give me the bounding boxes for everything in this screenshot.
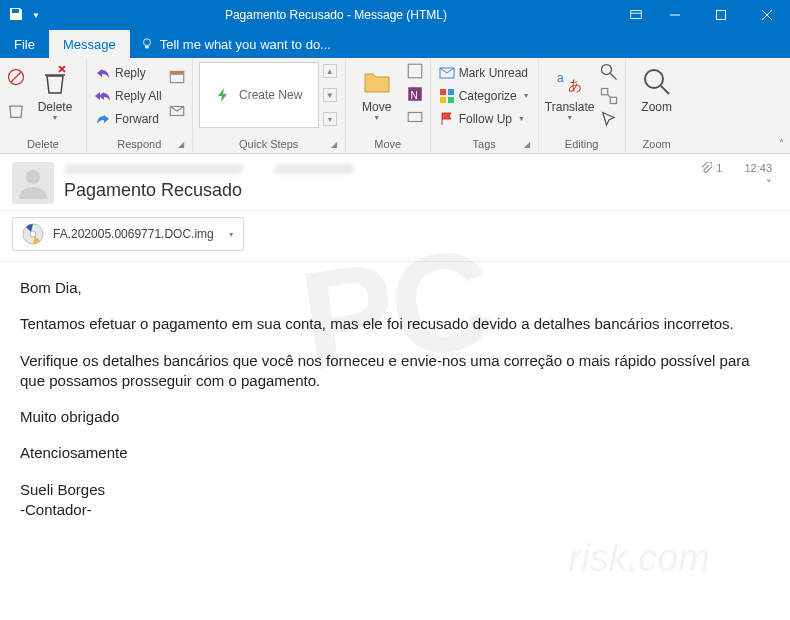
svg-rect-29	[601, 89, 607, 95]
body-paragraph: Atenciosamente	[20, 443, 770, 463]
group-tags: Mark Unread Categorize▼ Follow Up▼ Tags◢	[431, 58, 539, 153]
qat-customize-icon[interactable]: ▼	[28, 11, 44, 20]
ribbon-display-options-icon[interactable]	[628, 7, 644, 23]
related-icon[interactable]	[599, 86, 619, 110]
meeting-icon[interactable]	[168, 68, 186, 90]
tell-me-placeholder: Tell me what you want to do...	[160, 37, 331, 52]
body-paragraph: Tentamos efetuar o pagamento em sua cont…	[20, 314, 770, 334]
ribbon: Delete ▼ Delete Reply Reply All Forward …	[0, 58, 790, 154]
message-body: Bom Dia, Tentamos efetuar o pagamento em…	[0, 262, 790, 536]
reply-button[interactable]: Reply	[93, 62, 164, 84]
group-label-respond: Respond◢	[93, 137, 186, 151]
paperclip-icon	[700, 162, 712, 174]
group-label-delete: Delete	[6, 137, 80, 151]
follow-up-button[interactable]: Follow Up▼	[437, 108, 532, 130]
sender-avatar	[12, 162, 54, 204]
forward-icon	[95, 111, 111, 127]
ignore-icon[interactable]	[6, 67, 26, 91]
expand-header-icon[interactable]: ˅	[766, 178, 772, 191]
outlook-message-window: ▼ Pagamento Recusado - Message (HTML) Fi…	[0, 0, 790, 620]
group-respond: Reply Reply All Forward Respond◢	[87, 58, 193, 153]
group-label-quicksteps: Quick Steps◢	[199, 137, 339, 151]
junk-icon[interactable]	[6, 101, 26, 125]
sender-name-redacted	[64, 164, 244, 174]
actions-icon[interactable]	[406, 108, 424, 130]
group-label-move: Move	[352, 137, 424, 151]
svg-rect-16	[408, 65, 422, 79]
group-quick-steps: Create New ▲ ▼ ▾ Quick Steps◢	[193, 58, 346, 153]
maximize-button[interactable]	[698, 0, 744, 30]
message-time: 12:43	[744, 162, 772, 174]
rules-icon[interactable]	[406, 62, 424, 84]
dialog-launcher-icon[interactable]: ◢	[524, 140, 530, 149]
lightbulb-icon	[140, 37, 154, 51]
delete-icon	[39, 66, 71, 98]
tab-file[interactable]: File	[0, 30, 49, 58]
recipient-redacted	[274, 164, 354, 174]
svg-point-27	[601, 65, 611, 75]
svg-point-6	[143, 39, 150, 46]
quick-steps-gallery[interactable]: Create New	[199, 62, 319, 128]
ribbon-tabs: File Message Tell me what you want to do…	[0, 30, 790, 58]
lightning-icon	[215, 87, 231, 103]
svg-rect-23	[440, 97, 446, 103]
svg-point-34	[26, 170, 40, 184]
window-title: Pagamento Recusado - Message (HTML)	[44, 8, 628, 22]
svg-rect-24	[448, 97, 454, 103]
save-icon[interactable]	[8, 6, 24, 25]
attachments-bar: FA.202005.0069771.DOC.img ▼	[0, 211, 790, 262]
attachment-filename: FA.202005.0069771.DOC.img	[53, 227, 214, 241]
dialog-launcher-icon[interactable]: ◢	[178, 140, 184, 149]
reply-all-button[interactable]: Reply All	[93, 85, 164, 107]
close-button[interactable]	[744, 0, 790, 30]
body-paragraph: Verifique os detalhes bancários que você…	[20, 351, 770, 392]
message-header: Pagamento Recusado 1 12:43 ˅	[0, 154, 790, 211]
svg-rect-14	[170, 71, 184, 74]
svg-rect-22	[448, 89, 454, 95]
more-respond-icon[interactable]	[168, 102, 186, 124]
reply-icon	[95, 65, 111, 81]
select-icon[interactable]	[599, 110, 619, 134]
folder-move-icon	[361, 66, 393, 98]
onenote-icon[interactable]: N	[406, 85, 424, 107]
gallery-up-icon[interactable]: ▲	[323, 64, 337, 78]
attachment-chip[interactable]: FA.202005.0069771.DOC.img ▼	[12, 217, 244, 251]
zoom-icon	[641, 66, 673, 98]
move-button[interactable]: Move ▼	[352, 62, 402, 121]
group-editing: aあ Translate ▼ Editing	[539, 58, 626, 153]
group-delete: Delete ▼ Delete	[0, 58, 87, 153]
mark-unread-button[interactable]: Mark Unread	[437, 62, 532, 84]
group-move: Move ▼ N Move	[346, 58, 431, 153]
svg-line-28	[610, 73, 616, 79]
svg-line-33	[661, 86, 669, 94]
categorize-icon	[439, 88, 455, 104]
body-paragraph: Sueli Borges -Contador-	[20, 480, 770, 521]
attachment-count: 1	[716, 162, 722, 174]
dialog-launcher-icon[interactable]: ◢	[331, 140, 337, 149]
tell-me-search[interactable]: Tell me what you want to do...	[130, 30, 331, 58]
chevron-down-icon[interactable]: ▼	[228, 231, 235, 238]
translate-button[interactable]: aあ Translate ▼	[545, 62, 595, 121]
delete-button[interactable]: Delete ▼	[30, 62, 80, 121]
forward-button[interactable]: Forward	[93, 108, 164, 130]
gallery-more-icon[interactable]: ▾	[323, 112, 337, 126]
svg-line-9	[11, 72, 21, 82]
zoom-button[interactable]: Zoom	[632, 62, 682, 114]
tab-message[interactable]: Message	[49, 30, 130, 58]
svg-rect-7	[145, 46, 149, 49]
svg-text:N: N	[410, 89, 417, 100]
body-paragraph: Bom Dia,	[20, 278, 770, 298]
group-zoom: Zoom Zoom	[626, 58, 688, 153]
svg-point-32	[645, 70, 663, 88]
categorize-button[interactable]: Categorize▼	[437, 85, 532, 107]
message-subject: Pagamento Recusado	[64, 180, 690, 201]
find-icon[interactable]	[599, 62, 619, 86]
attachment-indicator: 1 12:43	[700, 162, 772, 174]
svg-rect-19	[408, 112, 422, 121]
flag-icon	[439, 111, 455, 127]
svg-rect-21	[440, 89, 446, 95]
titlebar: ▼ Pagamento Recusado - Message (HTML)	[0, 0, 790, 30]
minimize-button[interactable]	[652, 0, 698, 30]
collapse-ribbon-icon[interactable]: ˄	[779, 138, 784, 149]
gallery-down-icon[interactable]: ▼	[323, 88, 337, 102]
